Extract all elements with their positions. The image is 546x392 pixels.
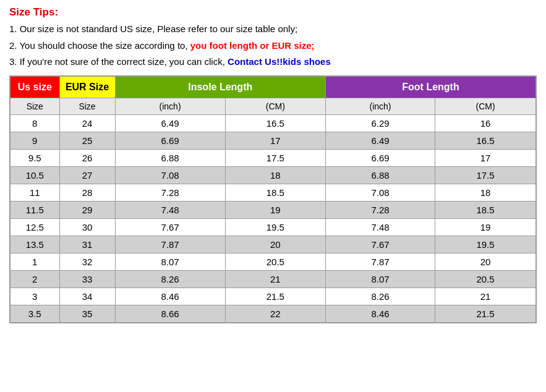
cell-eur: 32 (59, 253, 115, 270)
cell-foot_inch: 7.48 (325, 218, 435, 236)
cell-insole_cm: 21 (225, 270, 325, 288)
cell-foot_inch: 6.69 (325, 149, 435, 166)
cell-insole_cm: 18 (225, 166, 325, 184)
cell-insole_inch: 7.67 (115, 218, 225, 236)
header-foot: Foot Length (325, 76, 536, 98)
cell-insole_inch: 7.08 (115, 166, 225, 184)
table-row: 11.5297.48197.2818.5 (10, 201, 536, 218)
tip3-contact[interactable]: Contact Us!!kids shoes (228, 56, 331, 67)
table-row: 9.5266.8817.56.6917 (10, 149, 536, 166)
cell-foot_inch: 7.67 (325, 236, 435, 253)
table-row: 1328.0720.57.8720 (10, 253, 536, 270)
cell-foot_cm: 17 (435, 149, 536, 166)
cell-insole_cm: 20.5 (225, 253, 325, 270)
table-row: 3348.4621.58.2621 (10, 288, 536, 305)
cell-us: 11 (10, 184, 59, 201)
cell-foot_cm: 19 (435, 218, 536, 236)
cell-foot_cm: 20 (435, 253, 536, 270)
cell-foot_inch: 8.07 (325, 270, 435, 288)
cell-foot_inch: 7.08 (325, 184, 435, 201)
cell-eur: 29 (59, 201, 115, 218)
cell-foot_inch: 7.28 (325, 201, 435, 218)
size-tips-section: Size Tips: 1. Our size is not standard U… (9, 6, 537, 69)
table-row: 9256.69176.4916.5 (10, 132, 536, 149)
cell-foot_inch: 6.49 (325, 132, 435, 149)
cell-eur: 24 (59, 114, 115, 132)
cell-insole_cm: 18.5 (225, 184, 325, 201)
tip1-num: 1. (9, 23, 17, 34)
cell-foot_inch: 8.26 (325, 288, 435, 305)
cell-us: 9 (10, 132, 59, 149)
cell-us: 12.5 (10, 218, 59, 236)
cell-insole_inch: 8.26 (115, 270, 225, 288)
table-row: 10.5277.08186.8817.5 (10, 166, 536, 184)
table-row: 13.5317.87207.6719.5 (10, 236, 536, 253)
subheader-us: Size (10, 98, 59, 114)
cell-eur: 28 (59, 184, 115, 201)
tip-line-1: 1. Our size is not standard US size, Ple… (9, 22, 537, 36)
cell-insole_cm: 19.5 (225, 218, 325, 236)
cell-us: 2 (10, 270, 59, 288)
cell-insole_inch: 7.28 (115, 184, 225, 201)
cell-insole_cm: 21.5 (225, 288, 325, 305)
cell-insole_cm: 22 (225, 305, 325, 323)
table-header-row: Us size EUR Size Insole Length Foot Leng… (10, 76, 536, 98)
cell-us: 8 (10, 114, 59, 132)
table-row: 2338.26218.0720.5 (10, 270, 536, 288)
cell-us: 10.5 (10, 166, 59, 184)
cell-insole_cm: 17.5 (225, 149, 325, 166)
cell-foot_cm: 18 (435, 184, 536, 201)
cell-foot_inch: 7.87 (325, 253, 435, 270)
subheader-insole-inch: (inch) (115, 98, 225, 114)
cell-insole_cm: 17 (225, 132, 325, 149)
subheader-foot-cm: (CM) (435, 98, 536, 114)
tip2-num: 2. (9, 40, 17, 51)
cell-foot_cm: 16 (435, 114, 536, 132)
cell-insole_inch: 7.87 (115, 236, 225, 253)
cell-eur: 33 (59, 270, 115, 288)
cell-insole_inch: 8.07 (115, 253, 225, 270)
cell-foot_inch: 6.88 (325, 166, 435, 184)
cell-eur: 30 (59, 218, 115, 236)
cell-eur: 34 (59, 288, 115, 305)
subheader-eur: Size (59, 98, 115, 114)
cell-foot_cm: 21.5 (435, 305, 536, 323)
header-insole: Insole Length (115, 76, 325, 98)
cell-insole_inch: 7.48 (115, 201, 225, 218)
table-row: 11287.2818.57.0818 (10, 184, 536, 201)
cell-insole_inch: 8.46 (115, 288, 225, 305)
cell-us: 11.5 (10, 201, 59, 218)
cell-us: 3.5 (10, 305, 59, 323)
size-table: Us size EUR Size Insole Length Foot Leng… (9, 75, 537, 323)
tip1-text: Our size is not standard US size, Please… (20, 23, 297, 34)
cell-foot_cm: 19.5 (435, 236, 536, 253)
cell-insole_cm: 16.5 (225, 114, 325, 132)
cell-foot_cm: 16.5 (435, 132, 536, 149)
header-eur: EUR Size (59, 76, 115, 98)
cell-insole_cm: 20 (225, 236, 325, 253)
subheader-insole-cm: (CM) (225, 98, 325, 114)
cell-insole_inch: 6.88 (115, 149, 225, 166)
table-row: 8246.4916.56.2916 (10, 114, 536, 132)
subheader-foot-inch: (inch) (325, 98, 435, 114)
cell-insole_inch: 6.69 (115, 132, 225, 149)
tip-line-2: 2. You should choose the size according … (9, 39, 537, 53)
table-subheader-row: Size Size (inch) (CM) (inch) (CM) (10, 98, 536, 114)
cell-us: 1 (10, 253, 59, 270)
cell-foot_cm: 21 (435, 288, 536, 305)
cell-us: 9.5 (10, 149, 59, 166)
cell-insole_inch: 8.66 (115, 305, 225, 323)
cell-eur: 31 (59, 236, 115, 253)
tip2-highlight: you foot length or EUR size; (190, 40, 315, 51)
header-us: Us size (10, 76, 59, 98)
tip3-num: 3. (9, 56, 17, 67)
tip2-text: You should choose the size according to, (19, 40, 187, 51)
size-tips-title: Size Tips: (9, 6, 537, 19)
cell-us: 3 (10, 288, 59, 305)
tip-line-3: 3. If you're not sure of the correct siz… (9, 55, 537, 69)
cell-us: 13.5 (10, 236, 59, 253)
cell-eur: 26 (59, 149, 115, 166)
tip3-text: If you're not sure of the correct size, … (20, 56, 225, 67)
cell-foot_cm: 18.5 (435, 201, 536, 218)
table-row: 3.5358.66228.4621.5 (10, 305, 536, 323)
